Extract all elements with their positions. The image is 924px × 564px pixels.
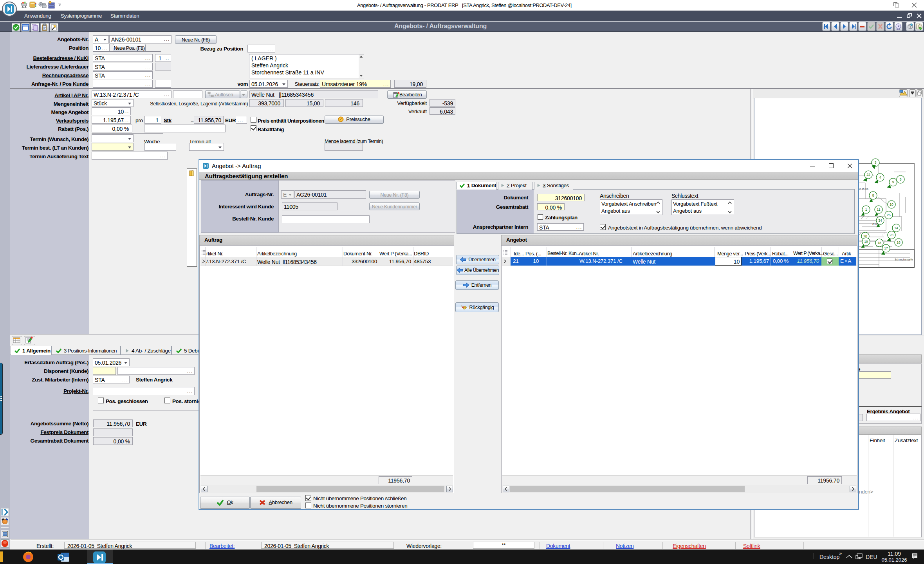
svg-text:19: 19 [864,240,868,244]
svg-text:16: 16 [897,240,901,244]
svg-text:5: 5 [900,177,902,181]
svg-text:Ø 45 h6: Ø 45 h6 [859,188,868,190]
svg-text:20: 20 [863,234,867,238]
svg-text:10: 10 [890,202,893,206]
svg-text:17: 17 [884,246,888,250]
svg-text:25: 25 [887,213,891,217]
svg-text:23: 23 [890,233,893,237]
svg-text:34: 34 [878,219,882,222]
svg-text:14: 14 [894,226,898,230]
svg-text:1: 1 [865,208,867,212]
svg-text:Schneckenwelle: Schneckenwelle [895,258,913,261]
svg-text:22: 22 [866,173,870,177]
svg-text:11: 11 [877,208,881,212]
svg-text:18: 18 [877,241,881,245]
svg-text:4: 4 [879,175,881,179]
svg-text:9: 9 [892,180,894,184]
svg-text:8: 8 [872,193,874,197]
svg-text:3: 3 [875,161,877,164]
